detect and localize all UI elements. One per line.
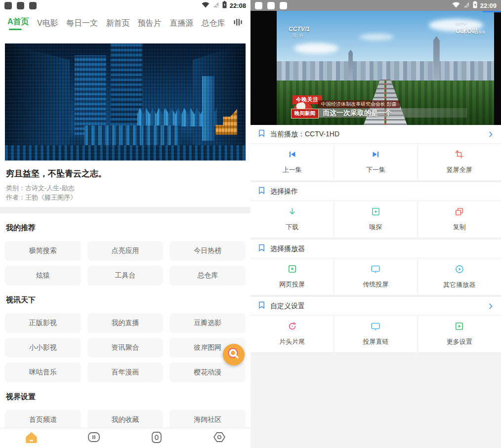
- video-cloud: [294, 43, 338, 54]
- home-icon: [25, 431, 38, 446]
- more-settings-button[interactable]: 更多设置: [418, 316, 501, 352]
- nav-home-button[interactable]: [16, 429, 46, 447]
- daily-article-image[interactable]: [5, 43, 246, 161]
- quick-button[interactable]: 豆瓣选影: [169, 313, 246, 333]
- next-episode-button[interactable]: 下一集: [334, 144, 417, 180]
- web-cast-button[interactable]: 网页投屏: [250, 258, 334, 295]
- sniff-button[interactable]: 嗅探: [334, 201, 417, 238]
- intro-outro-button[interactable]: 片头片尾: [250, 316, 334, 352]
- quick-button[interactable]: 炫猿: [5, 266, 81, 285]
- nav-settings-button[interactable]: [205, 429, 234, 447]
- channel-logo-sub: 综合: [289, 33, 310, 39]
- select-action-row: 选择操作: [250, 182, 501, 201]
- chevron-right-icon: [487, 303, 494, 310]
- settings-hexagon-icon: [213, 431, 226, 445]
- nav-live-button[interactable]: [79, 429, 109, 447]
- tab-new-home[interactable]: 新首页: [106, 18, 129, 29]
- copy-button[interactable]: 复制: [418, 201, 501, 238]
- wifi-icon: [202, 1, 209, 10]
- download-button[interactable]: 下载: [250, 201, 334, 238]
- dlna-cast-button[interactable]: 传统投屏: [334, 258, 417, 295]
- quick-button[interactable]: 首页频道: [5, 410, 81, 430]
- no-signal-icon: [463, 1, 470, 10]
- article-title: 穷且益坚，不坠青云之志。: [6, 168, 245, 179]
- section-title-video-world: 视讯天下: [6, 295, 250, 305]
- video-player[interactable]: CCTV/1 综合 CCTV· O咪O咕视频 今晚关注 晚间新闻 中国经济体制改…: [250, 11, 501, 125]
- hero-art: [5, 43, 246, 161]
- video-tower: [348, 50, 353, 82]
- loading-progress-bar: [483, 11, 501, 12]
- copy-icon: [455, 207, 464, 218]
- other-player-button[interactable]: 其它播放器: [418, 258, 501, 295]
- quick-button[interactable]: 咪咕音乐: [5, 363, 81, 382]
- wifi-icon: [452, 1, 460, 10]
- portrait-fullscreen-button[interactable]: 竖屏全屏: [418, 144, 501, 180]
- quick-button[interactable]: 资讯聚合: [87, 338, 164, 358]
- pause-square-icon: [87, 431, 100, 445]
- news-badge-bottom: 晚间新闻: [291, 109, 319, 119]
- skip-previous-icon: [288, 150, 297, 161]
- tab-warehouse[interactable]: 总仓库: [202, 18, 225, 29]
- video-world-grid: 正版影视 我的直播 豆瓣选影 小小影视 资讯聚合 彼岸图网 咪咕音乐 百年漫画 …: [5, 313, 246, 382]
- quick-button[interactable]: 工具台: [87, 266, 164, 285]
- quick-button[interactable]: 小小影视: [5, 338, 81, 358]
- bookmark-icon: [257, 301, 266, 311]
- tab-trailer[interactable]: 预告片: [138, 18, 162, 29]
- notification-square-icon: [29, 2, 37, 9]
- cast-link-button[interactable]: 投屏直链: [334, 316, 417, 352]
- display-icon: [371, 265, 380, 276]
- article-author: 作者：王勃《滕王阁序》: [6, 193, 245, 202]
- notification-square-icon: [17, 2, 24, 9]
- chevron-right-icon: [487, 131, 494, 138]
- quick-button[interactable]: 极简搜索: [5, 241, 81, 261]
- quick-button[interactable]: 点亮应用: [87, 241, 164, 261]
- article-category: 类别：古诗文-人生-励志: [6, 183, 245, 193]
- notification-square-icon: [255, 2, 262, 9]
- quick-button[interactable]: 我的直播: [87, 313, 164, 333]
- prev-episode-button[interactable]: 上一集: [250, 144, 334, 180]
- now-playing-row[interactable]: 当前播放：CCTV-1HD: [250, 125, 501, 144]
- bookmark-icon: [257, 186, 266, 197]
- section-title-view-settings: 视界设置: [6, 392, 250, 402]
- playback-controls: 上一集 下一集 竖屏全屏: [250, 144, 501, 180]
- quick-button[interactable]: 正版影视: [5, 313, 81, 333]
- notification-icons: [255, 2, 287, 9]
- battery-charging-icon: [222, 1, 227, 10]
- quick-button[interactable]: 总仓库: [169, 266, 246, 285]
- nav-download-button[interactable]: [142, 429, 171, 447]
- watermark: CCTV· O咪O咕视频: [456, 22, 485, 35]
- quick-button[interactable]: 我的收藏: [87, 410, 164, 430]
- select-player-label: 选择播放器: [270, 244, 305, 253]
- select-action-label: 选择操作: [270, 187, 298, 196]
- zero-square-icon: [151, 431, 163, 446]
- tab-movie[interactable]: V电影: [37, 18, 58, 29]
- video-frame: CCTV/1 综合 CCTV· O咪O咕视频 今晚关注 晚间新闻 中国经济体制改…: [277, 11, 494, 125]
- play-circle-icon: [455, 264, 464, 276]
- search-fab[interactable]: [223, 344, 245, 366]
- status-time: 22:08: [230, 2, 246, 9]
- news-caption-small: 中国经济体制改革研究会会长 彭森: [318, 100, 400, 108]
- download-icon: [288, 207, 297, 218]
- tab-home[interactable]: A首页: [7, 17, 29, 30]
- top-tab-bar: A首页 V电影 每日一文 新首页 预告片 直播源 总仓库: [0, 11, 250, 36]
- bottom-nav: [0, 428, 250, 448]
- tab-daily-article[interactable]: 每日一文: [66, 18, 98, 29]
- status-time: 22:09: [480, 2, 497, 9]
- notification-square-icon: [280, 2, 287, 9]
- video-skyline: [277, 61, 494, 81]
- player-controls: 网页投屏 传统投屏 其它播放器: [250, 258, 501, 295]
- equalizer-icon[interactable]: [233, 17, 243, 29]
- replay-icon: [288, 322, 297, 333]
- quick-button[interactable]: 海阔社区: [169, 410, 246, 430]
- custom-settings-row[interactable]: 自定义设置: [250, 297, 501, 316]
- crop-icon: [455, 150, 464, 161]
- settings-controls: 片头片尾 投屏直链 更多设置: [250, 316, 501, 352]
- quick-button[interactable]: 樱花动漫: [169, 363, 246, 382]
- view-settings-grid: 首页频道 我的收藏 海阔社区: [5, 410, 246, 430]
- tab-live-source[interactable]: 直播源: [169, 18, 193, 29]
- no-signal-icon: [212, 1, 219, 10]
- home-screen: 22:08 A首页 V电影 每日一文 新首页 预告片 直播源 总仓库 穷且益坚，…: [0, 0, 250, 448]
- quick-button[interactable]: 百年漫画: [87, 363, 164, 382]
- status-bar: 22:08: [0, 0, 250, 11]
- quick-button[interactable]: 今日热榜: [169, 241, 246, 261]
